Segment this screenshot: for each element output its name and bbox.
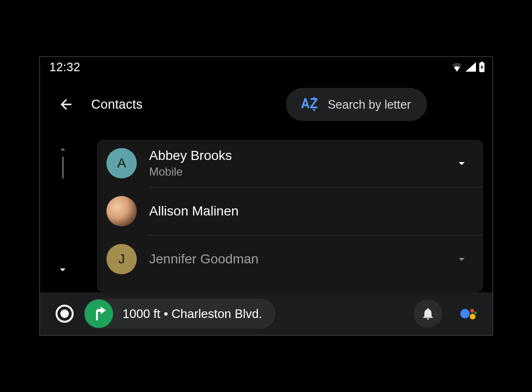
search-by-letter-button[interactable]: Search by letter — [286, 88, 427, 121]
svg-point-4 — [460, 309, 470, 318]
navigation-pill[interactable]: 1000 ft • Charleston Blvd. — [84, 299, 276, 329]
contact-text: Allison Malinen — [149, 204, 238, 219]
status-bar: 12:32 — [40, 57, 493, 77]
battery-charging-icon — [479, 62, 485, 72]
contact-name: Allison Malinen — [149, 204, 238, 219]
contact-row[interactable]: A Abbey Brooks Mobile — [97, 140, 483, 187]
clock: 12:32 — [49, 60, 80, 74]
svg-rect-1 — [481, 62, 483, 63]
turn-right-icon — [85, 299, 113, 328]
avatar — [106, 196, 137, 226]
scroll-bar[interactable] — [62, 157, 64, 178]
contact-text: Abbey Brooks Mobile — [149, 148, 232, 178]
screen-frame: 12:32 — [39, 56, 493, 336]
scroll-indicator — [53, 143, 72, 276]
contact-text: Jennifer Goodman — [149, 252, 258, 267]
bell-icon — [421, 307, 435, 321]
header: Contacts Search by letter — [40, 85, 493, 123]
svg-point-7 — [475, 312, 477, 314]
page-title: Contacts — [91, 97, 142, 112]
assistant-button[interactable] — [456, 302, 479, 325]
contact-row[interactable]: Allison Malinen — [97, 187, 483, 235]
contact-row[interactable]: J Jennifer Goodman — [97, 235, 483, 283]
svg-point-5 — [470, 309, 474, 313]
expand-icon[interactable] — [455, 156, 469, 170]
cellular-icon — [466, 62, 476, 72]
notifications-button[interactable] — [414, 299, 442, 328]
avatar: J — [106, 244, 137, 274]
chevron-up-icon[interactable] — [57, 143, 69, 156]
status-icons — [451, 62, 485, 72]
svg-point-3 — [60, 309, 69, 318]
contact-subtitle: Mobile — [149, 165, 232, 178]
svg-point-6 — [470, 314, 475, 319]
avatar: A — [106, 148, 137, 178]
launcher-button[interactable] — [53, 302, 76, 325]
search-by-letter-label: Search by letter — [328, 98, 411, 112]
navigation-text: 1000 ft • Charleston Blvd. — [123, 307, 262, 321]
back-button[interactable] — [54, 93, 78, 116]
contacts-list: A Abbey Brooks Mobile Allison Malinen J … — [97, 140, 483, 292]
expand-icon[interactable] — [455, 252, 469, 266]
contact-name: Jennifer Goodman — [149, 252, 258, 267]
arrow-left-icon — [58, 96, 74, 112]
chevron-down-icon[interactable] — [56, 263, 69, 276]
contact-name: Abbey Brooks — [149, 148, 232, 163]
bottom-nav: 1000 ft • Charleston Blvd. — [40, 292, 493, 335]
assistant-icon — [458, 304, 477, 323]
sort-alpha-icon — [298, 96, 318, 112]
wifi-icon — [451, 62, 463, 72]
